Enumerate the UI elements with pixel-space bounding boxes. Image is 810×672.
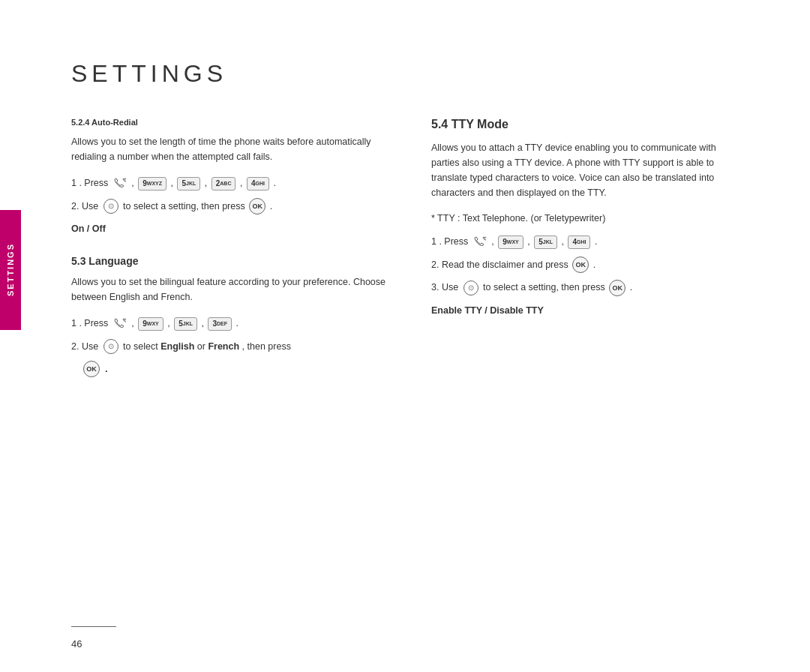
step2-text: 2. Use: [71, 201, 98, 212]
section-54-step2: 2. Read the disclaimer and press OK .: [431, 256, 746, 274]
section-524: 5.2.4 Auto-Redial Allows you to set the …: [71, 118, 386, 234]
step2-53-end: , then press: [242, 341, 291, 352]
comma-53-1: ,: [131, 318, 136, 328]
key-9wxyz-53: 9WXY: [138, 317, 164, 331]
right-column: 5.4 TTY Mode Allows you to attach a TTY …: [431, 118, 746, 377]
ok-btn-524: OK: [249, 198, 266, 214]
page-title: SETTINGS: [71, 60, 746, 88]
key-5jkl-54: 5JKL: [534, 236, 557, 249]
period1: .: [273, 178, 275, 188]
section-53-header: 5.3 Language: [71, 255, 386, 267]
section-524-body: Allows you to set the length of time the…: [71, 134, 386, 164]
step2-53-bold1: English: [160, 341, 194, 352]
left-column: 5.2.4 Auto-Redial Allows you to set the …: [71, 118, 386, 377]
step1-prefix-53: 1 . Press: [71, 318, 108, 328]
step3-54: 3. Use: [431, 282, 458, 292]
side-tab: SETTINGS: [0, 210, 21, 330]
key-5jkl: 5JKL: [177, 177, 200, 190]
period-54-3: .: [630, 282, 632, 292]
comma3: ,: [205, 178, 210, 188]
section-53-step2: 2. Use ⊙ to select English or French , t…: [71, 338, 386, 356]
comma1: ,: [131, 178, 136, 188]
comma-54-2: ,: [527, 236, 532, 247]
step1-prefix: 1 . Press: [71, 178, 108, 188]
comma2: ,: [171, 178, 176, 188]
section-54-note: * TTY : Text Telephone. (or Teletypewrit…: [431, 211, 746, 226]
ok-btn-53-wrapper: OK .: [82, 361, 386, 377]
phone-icon-54: [472, 236, 488, 248]
key-3def-53: 3DEF: [208, 317, 232, 331]
key-2abc: 2ABC: [212, 177, 236, 190]
columns: 5.2.4 Auto-Redial Allows you to set the …: [71, 118, 746, 377]
step2-53-middle: to select: [123, 341, 158, 352]
section-54-options: Enable TTY / Disable TTY: [431, 305, 746, 316]
comma-53-2: ,: [167, 318, 172, 328]
section-54-header: 5.4 TTY Mode: [431, 118, 746, 131]
nav-icon-524: ⊙: [104, 199, 118, 214]
section-54-step3: 3. Use ⊙ to select a setting, then press…: [431, 279, 746, 296]
section-524-header: 5.2.4 Auto-Redial: [71, 118, 386, 127]
comma-54-1: ,: [491, 236, 496, 247]
nav-icon-54: ⊙: [464, 280, 478, 296]
period-54-1: .: [595, 236, 597, 247]
comma4: ,: [240, 178, 245, 188]
step2-53: 2. Use: [71, 341, 98, 352]
ok-btn-53: OK: [83, 361, 100, 377]
key-4ghi: 4GHI: [247, 177, 269, 190]
period-53-1: .: [236, 318, 238, 328]
side-tab-label: SETTINGS: [6, 243, 15, 296]
section-524-step2: 2. Use ⊙ to select a setting, then press…: [71, 198, 386, 215]
phone-icon: [112, 178, 128, 190]
period-53-2: .: [104, 362, 107, 374]
ok-btn-54-2: OK: [572, 256, 589, 273]
section-53-step1: 1 . Press , 9WXY , 5JKL , 3DEF: [71, 315, 386, 332]
comma-54-3: ,: [561, 236, 566, 247]
phone-icon-53: [112, 318, 128, 330]
comma-53-3: ,: [201, 318, 206, 328]
page-divider: [71, 626, 116, 627]
page-container: SETTINGS SETTINGS 5.2.4 Auto-Redial Allo…: [0, 0, 810, 672]
main-content: SETTINGS 5.2.4 Auto-Redial Allows you to…: [71, 60, 746, 377]
key-9wxyz-54: 9WXY: [498, 236, 524, 249]
section-53: 5.3 Language Allows you to set the bilin…: [71, 255, 386, 377]
page-number: 46: [71, 638, 82, 650]
key-4ghi-54: 4GHI: [568, 236, 590, 249]
step3-54-middle: to select a setting, then press: [483, 282, 605, 292]
section-53-body: Allows you to set the bilingual feature …: [71, 274, 386, 304]
section-54-step1: 1 . Press , 9WXY , 5JKL , 4GHI: [431, 233, 746, 250]
step1-prefix-54: 1 . Press: [431, 236, 468, 247]
section-54: 5.4 TTY Mode Allows you to attach a TTY …: [431, 118, 746, 316]
period2: .: [270, 201, 272, 212]
period-54-2: .: [593, 260, 596, 270]
key-9wxyz: 9WXYZ: [138, 177, 166, 190]
key-5jkl-53: 5JKL: [174, 317, 197, 331]
section-524-options: On / Off: [71, 224, 386, 234]
section-524-step1: 1 . Press , 9WXYZ , 5JKL ,: [71, 175, 386, 192]
step2-middle: to select a setting, then press: [123, 201, 245, 212]
step2-54: 2. Read the disclaimer and press: [431, 260, 568, 270]
ok-btn-54-3: OK: [609, 280, 626, 296]
nav-icon-53: ⊙: [104, 339, 118, 354]
section-54-body: Allows you to attach a TTY device enabli…: [431, 140, 746, 200]
step2-53-bold2: French: [208, 341, 239, 352]
